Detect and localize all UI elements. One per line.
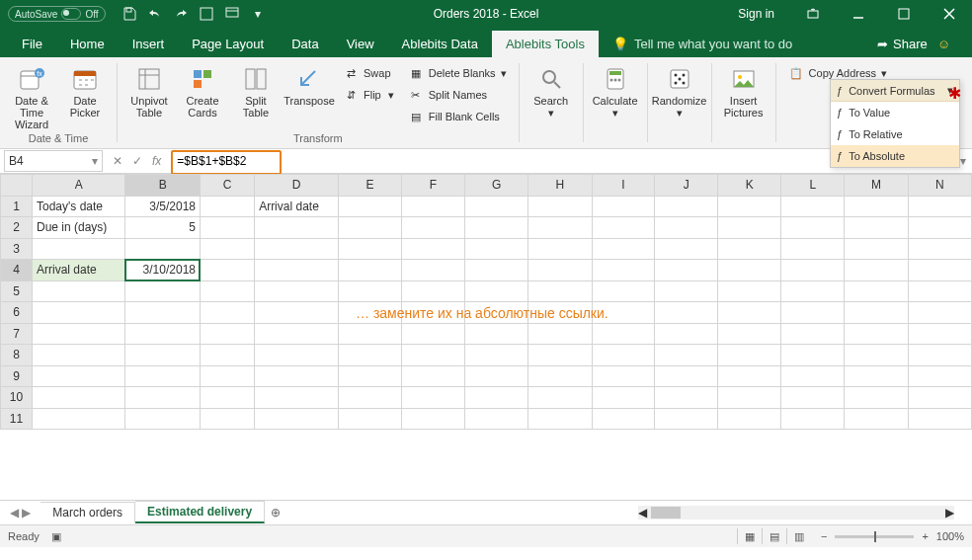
cell-L8[interactable] bbox=[781, 345, 845, 366]
cell-I8[interactable] bbox=[592, 345, 655, 366]
flip-button[interactable]: ⇵Flip▾ bbox=[339, 85, 398, 105]
cell-L4[interactable] bbox=[781, 260, 845, 281]
cell-E11[interactable] bbox=[338, 408, 401, 430]
cell-B7[interactable] bbox=[125, 323, 201, 345]
tab-ablebits-data[interactable]: Ablebits Data bbox=[388, 31, 492, 57]
spreadsheet-grid[interactable]: ABCDEFGHIJKLMN1Today's date3/5/2018Arriv… bbox=[0, 174, 972, 500]
minimize-icon[interactable] bbox=[836, 0, 881, 28]
cancel-formula-icon[interactable]: ✕ bbox=[113, 154, 122, 168]
cell-J4[interactable] bbox=[655, 260, 718, 281]
cell-F2[interactable] bbox=[401, 217, 464, 239]
row-header-1[interactable]: 1 bbox=[1, 196, 33, 217]
tab-insert[interactable]: Insert bbox=[119, 31, 179, 57]
cell-J1[interactable] bbox=[655, 196, 718, 217]
fx-icon[interactable]: fx bbox=[152, 154, 161, 168]
cell-N6[interactable] bbox=[908, 302, 971, 324]
cell-F4[interactable] bbox=[401, 260, 464, 281]
col-header-J[interactable]: J bbox=[655, 175, 718, 197]
redo-icon[interactable] bbox=[173, 6, 189, 22]
cell-H4[interactable] bbox=[528, 260, 592, 281]
save-icon[interactable] bbox=[122, 6, 137, 22]
cell-D3[interactable] bbox=[255, 238, 339, 260]
cell-B10[interactable] bbox=[125, 387, 201, 409]
qat-icon-2[interactable] bbox=[224, 6, 240, 22]
cell-D10[interactable] bbox=[255, 387, 339, 409]
tab-home[interactable]: Home bbox=[56, 31, 119, 57]
create-cards-button[interactable]: CreateCards bbox=[179, 61, 226, 119]
cell-L10[interactable] bbox=[781, 387, 845, 409]
cell-I3[interactable] bbox=[592, 238, 655, 260]
cell-B8[interactable] bbox=[125, 345, 201, 366]
cell-C1[interactable] bbox=[200, 196, 254, 217]
cell-L2[interactable] bbox=[781, 217, 845, 239]
cell-M3[interactable] bbox=[845, 238, 908, 260]
date-time-wizard-button[interactable]: fx Date &Time Wizard bbox=[8, 61, 55, 130]
col-header-A[interactable]: A bbox=[33, 175, 125, 197]
split-table-button[interactable]: SplitTable bbox=[232, 61, 280, 119]
cell-H11[interactable] bbox=[528, 408, 592, 430]
cell-J7[interactable] bbox=[655, 323, 718, 345]
tab-view[interactable]: View bbox=[333, 31, 388, 57]
cell-G1[interactable] bbox=[465, 196, 528, 217]
cell-J6[interactable] bbox=[655, 302, 718, 324]
cell-A5[interactable] bbox=[33, 280, 125, 302]
col-header-H[interactable]: H bbox=[528, 175, 592, 197]
cell-C10[interactable] bbox=[200, 387, 254, 409]
cell-K10[interactable] bbox=[718, 387, 781, 409]
cell-B1[interactable]: 3/5/2018 bbox=[125, 196, 201, 217]
cell-M4[interactable] bbox=[845, 260, 908, 281]
cell-L7[interactable] bbox=[781, 323, 845, 345]
row-header-3[interactable]: 3 bbox=[1, 238, 33, 260]
swap-button[interactable]: ⇄Swap bbox=[339, 63, 398, 83]
col-header-B[interactable]: B bbox=[125, 175, 201, 197]
cell-K3[interactable] bbox=[718, 238, 781, 260]
cell-K6[interactable] bbox=[718, 302, 781, 324]
zoom-in-icon[interactable]: + bbox=[922, 530, 928, 542]
smiley-icon[interactable]: ☺ bbox=[937, 37, 950, 51]
qat-icon-1[interactable] bbox=[199, 6, 214, 22]
cell-H3[interactable] bbox=[528, 238, 592, 260]
cell-F8[interactable] bbox=[401, 345, 464, 366]
cell-J2[interactable] bbox=[655, 217, 718, 239]
cell-F1[interactable] bbox=[401, 196, 464, 217]
cell-L11[interactable] bbox=[781, 408, 845, 430]
cell-E9[interactable] bbox=[338, 365, 401, 387]
cell-C2[interactable] bbox=[200, 217, 254, 239]
cell-G10[interactable] bbox=[465, 387, 528, 409]
sheet-tab-estimated[interactable]: Estimated delivery bbox=[135, 501, 265, 523]
cell-G9[interactable] bbox=[465, 365, 528, 387]
cell-B4[interactable]: 3/10/2018 bbox=[125, 260, 201, 281]
expand-formula-icon[interactable]: ▾ bbox=[960, 154, 966, 168]
cell-M11[interactable] bbox=[845, 408, 908, 430]
fill-blank-button[interactable]: ▤Fill Blank Cells bbox=[404, 107, 511, 126]
autosave-toggle[interactable]: AutoSave Off bbox=[8, 6, 106, 22]
col-header-L[interactable]: L bbox=[781, 175, 845, 197]
col-header-F[interactable]: F bbox=[401, 175, 464, 197]
cell-G11[interactable] bbox=[465, 408, 528, 430]
cell-N11[interactable] bbox=[908, 408, 971, 430]
cell-M8[interactable] bbox=[845, 345, 908, 366]
tab-ablebits-tools[interactable]: Ablebits Tools bbox=[492, 31, 599, 57]
enter-formula-icon[interactable]: ✓ bbox=[132, 154, 142, 168]
cell-A1[interactable]: Today's date bbox=[33, 196, 125, 217]
cell-A2[interactable]: Due in (days) bbox=[33, 217, 125, 239]
cell-K7[interactable] bbox=[718, 323, 781, 345]
cell-J9[interactable] bbox=[655, 365, 718, 387]
row-header-5[interactable]: 5 bbox=[1, 280, 33, 302]
col-header-K[interactable]: K bbox=[718, 175, 781, 197]
cell-K4[interactable] bbox=[718, 260, 781, 281]
col-header-N[interactable]: N bbox=[908, 175, 971, 197]
cell-F5[interactable] bbox=[401, 280, 464, 302]
macro-record-icon[interactable]: ▣ bbox=[51, 530, 61, 543]
cell-B11[interactable] bbox=[125, 408, 201, 430]
cell-A10[interactable] bbox=[33, 387, 125, 409]
cell-D8[interactable] bbox=[255, 345, 339, 366]
cell-K11[interactable] bbox=[718, 408, 781, 430]
cell-G4[interactable] bbox=[465, 260, 528, 281]
cell-N7[interactable] bbox=[908, 323, 971, 345]
cell-D9[interactable] bbox=[255, 365, 339, 387]
col-header-M[interactable]: M bbox=[845, 175, 908, 197]
cell-F9[interactable] bbox=[401, 365, 464, 387]
unpivot-button[interactable]: UnpivotTable bbox=[125, 61, 173, 119]
cell-D2[interactable] bbox=[255, 217, 339, 239]
